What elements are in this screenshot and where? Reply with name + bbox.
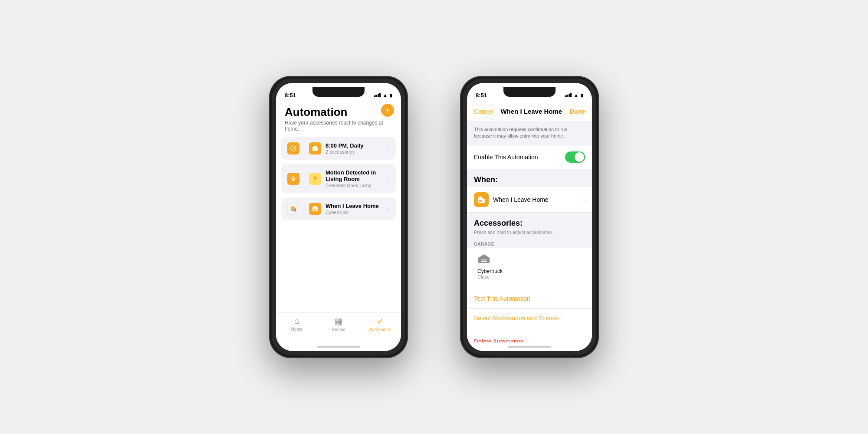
home-tab-icon: ⌂ xyxy=(294,316,299,326)
status-icons-2: ▲ ▮ xyxy=(565,92,583,98)
svg-marker-21 xyxy=(312,206,318,208)
svg-line-8 xyxy=(290,178,291,178)
notch-2 xyxy=(503,87,556,97)
svg-point-10 xyxy=(314,176,317,179)
notch-1 xyxy=(312,87,365,97)
tab-home[interactable]: ⌂ Home xyxy=(276,316,318,332)
cancel-button[interactable]: Cancel xyxy=(474,108,493,115)
signal-icon-2 xyxy=(565,93,572,97)
arrow-3: → xyxy=(302,207,306,211)
signal-icon-1 xyxy=(374,93,381,97)
svg-rect-11 xyxy=(314,180,316,180)
enable-label: Enable This Automation xyxy=(474,154,538,161)
svg-rect-23 xyxy=(314,210,316,210)
automation-tab-label: Automation xyxy=(369,327,391,332)
svg-rect-27 xyxy=(479,201,482,202)
auto-name-2: Motion Detected in Living Room xyxy=(326,169,388,182)
clock-icon xyxy=(287,142,299,155)
when-leave-icon xyxy=(474,192,489,207)
garage-icon-2 xyxy=(309,203,321,215)
auto-sub-2: Breakfast Nook Lamp xyxy=(326,183,388,188)
page-subtitle: Have your accessories react to changes a… xyxy=(285,120,392,132)
battery-icon-1: ▮ xyxy=(390,92,392,98)
home-tab-label: Home xyxy=(291,327,303,332)
action-section: Test This Automation Select Accessories … xyxy=(467,289,592,328)
arrow-1: → xyxy=(302,146,306,151)
accessories-sub: Press and hold to adjust accessories. xyxy=(467,230,592,238)
phone-1: 8:51 ▲ ▮ + Automation Have your acce xyxy=(269,76,408,358)
home-indicator-1 xyxy=(276,342,401,351)
auto-info-3: When I Leave Home Cybertruck xyxy=(326,203,388,215)
acc-action: Close xyxy=(477,274,490,279)
detail-content: This automation requires confirmation to… xyxy=(467,121,592,342)
svg-marker-4 xyxy=(312,145,318,148)
auto-name-1: 8:00 PM, Daily xyxy=(326,142,388,149)
svg-rect-12 xyxy=(315,180,316,181)
svg-rect-22 xyxy=(314,209,316,210)
automation-item-3[interactable]: → When I Leave Home Cybertruck xyxy=(281,197,396,220)
svg-line-2 xyxy=(293,148,294,149)
select-accessories-button[interactable]: Select Accessories and Scenes... xyxy=(467,309,592,328)
battery-icon-2: ▮ xyxy=(581,92,583,98)
toggle-knob xyxy=(575,152,584,162)
nav-bar: Cancel When I Leave Home Done xyxy=(467,102,592,121)
warning-banner: This automation requires confirmation to… xyxy=(467,121,592,145)
svg-rect-5 xyxy=(314,149,316,149)
svg-rect-35 xyxy=(481,260,487,260)
nav-title: When I Leave Home xyxy=(500,108,562,115)
delete-automation-button[interactable]: Delete Automation xyxy=(467,332,592,342)
svg-marker-14 xyxy=(290,206,296,208)
chevron-1: › xyxy=(388,145,390,152)
garage-icon-1 xyxy=(309,142,321,155)
auto-name-3: When I Leave Home xyxy=(326,203,388,209)
status-time-2: 8:51 xyxy=(476,92,487,99)
enable-row: Enable This Automation xyxy=(467,145,592,169)
page-title: Automation xyxy=(285,105,392,119)
wifi-icon-2: ▲ xyxy=(574,92,579,98)
automation-list: → 8:00 PM, Daily 2 accessories xyxy=(276,137,401,312)
when-section-header: When: xyxy=(467,169,592,187)
status-time-1: 8:51 xyxy=(285,92,296,99)
arrow-2: → xyxy=(302,176,306,181)
accessory-card-cybertruck[interactable]: Cybertruck Close xyxy=(472,248,587,285)
person-leave-icon xyxy=(287,203,299,215)
automation-tab-icon: ✓ xyxy=(377,316,384,326)
auto-info-2: Motion Detected in Living Room Breakfast… xyxy=(326,169,388,188)
chevron-3: › xyxy=(388,205,390,212)
tab-rooms[interactable]: ▦ Rooms xyxy=(318,316,359,332)
status-icons-1: ▲ ▮ xyxy=(374,92,392,98)
rooms-tab-label: Rooms xyxy=(332,327,345,332)
when-label: When I Leave Home xyxy=(493,196,583,203)
auto-sub-1: 2 accessories xyxy=(326,149,388,155)
accessories-header: Accessories: xyxy=(467,213,592,230)
tab-bar: ⌂ Home ▦ Rooms ✓ Automation xyxy=(276,312,401,342)
rooms-tab-icon: ▦ xyxy=(335,316,343,326)
svg-line-9 xyxy=(296,178,296,178)
auto-info-1: 8:00 PM, Daily 2 accessories xyxy=(326,142,388,155)
svg-rect-36 xyxy=(481,261,487,262)
when-row[interactable]: When I Leave Home › xyxy=(467,187,592,213)
phone-2: 8:51 ▲ ▮ Cancel When I Leave Home Done xyxy=(460,76,599,358)
wifi-icon-1: ▲ xyxy=(383,92,388,98)
svg-rect-6 xyxy=(314,150,316,150)
home-indicator-2 xyxy=(467,342,592,351)
when-chevron: › xyxy=(583,196,585,203)
auto-icons-1: → xyxy=(287,142,321,155)
done-button[interactable]: Done xyxy=(570,108,585,115)
svg-marker-25 xyxy=(477,196,483,198)
motion-icon xyxy=(287,173,299,185)
bulb-icon xyxy=(309,173,321,185)
test-automation-button[interactable]: Test This Automation xyxy=(467,289,592,309)
automation-item-2[interactable]: → Motion Detected in Living Room Breakfa… xyxy=(281,164,396,193)
auto-icons-2: → xyxy=(287,173,321,185)
svg-rect-26 xyxy=(479,200,482,201)
automation-item-1[interactable]: → 8:00 PM, Daily 2 accessories xyxy=(281,137,396,160)
enable-toggle[interactable] xyxy=(565,151,585,163)
chevron-2: › xyxy=(388,175,390,182)
acc-name: Cybertruck xyxy=(477,268,503,274)
garage-accessory-icon xyxy=(477,253,490,266)
auto-sub-3: Cybertruck xyxy=(326,210,388,215)
svg-point-7 xyxy=(293,176,294,178)
tab-automation[interactable]: ✓ Automation xyxy=(359,316,401,332)
add-automation-button[interactable]: + xyxy=(381,104,394,117)
